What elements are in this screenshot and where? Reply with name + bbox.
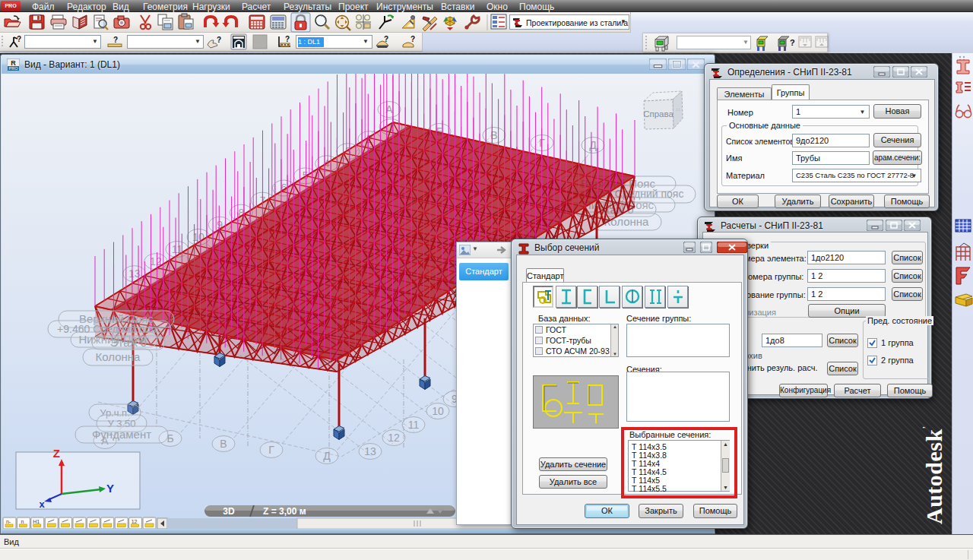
svg-text:Д: Д xyxy=(589,139,597,151)
svg-text:Z = 3,00 м: Z = 3,00 м xyxy=(263,506,306,517)
svg-text:PRO: PRO xyxy=(9,66,19,71)
svg-text:3D: 3D xyxy=(223,506,235,517)
svg-text:Этаж 0: Этаж 0 xyxy=(110,336,147,349)
svg-text:В: В xyxy=(220,438,227,450)
svg-text:?: ? xyxy=(410,35,415,43)
svg-text:?: ? xyxy=(384,35,388,43)
svg-text:Z: Z xyxy=(53,447,60,460)
svg-text:Фундамент: Фундамент xyxy=(92,428,151,441)
svg-text:n-: n- xyxy=(6,519,11,524)
svg-text:Справа: Справа xyxy=(643,109,673,119)
svg-text:?: ? xyxy=(285,35,290,43)
svg-text:12: 12 xyxy=(388,432,400,444)
svg-text:Г: Г xyxy=(268,444,274,456)
svg-text:Д: Д xyxy=(323,450,331,462)
svg-text:∷: ∷ xyxy=(677,107,680,112)
svg-text:10: 10 xyxy=(432,405,444,417)
svg-text:x: x xyxy=(39,498,45,510)
svg-text:Колонна: Колонна xyxy=(96,350,141,363)
svg-text:?: ? xyxy=(217,36,221,44)
svg-text:n: n xyxy=(21,519,24,524)
svg-text:?: ? xyxy=(113,36,118,44)
svg-text:?: ? xyxy=(17,35,21,43)
svg-text:В: В xyxy=(490,129,497,141)
svg-text:11: 11 xyxy=(408,419,420,431)
svg-text:12: 12 xyxy=(132,519,138,524)
svg-text:13: 13 xyxy=(364,445,376,457)
svg-text:Y: Y xyxy=(106,482,114,495)
svg-text:?: ? xyxy=(790,38,795,47)
svg-text:H1: H1 xyxy=(33,519,40,524)
